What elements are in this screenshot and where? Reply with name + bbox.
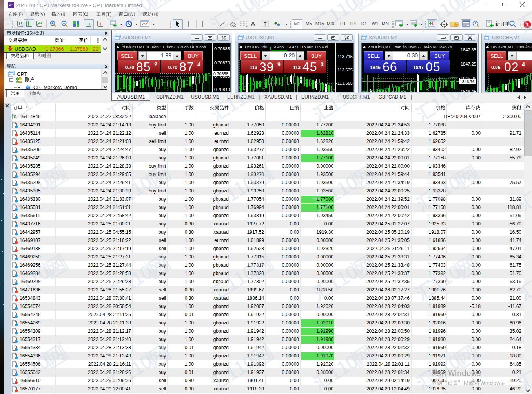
svg-text:T: T xyxy=(264,22,267,27)
